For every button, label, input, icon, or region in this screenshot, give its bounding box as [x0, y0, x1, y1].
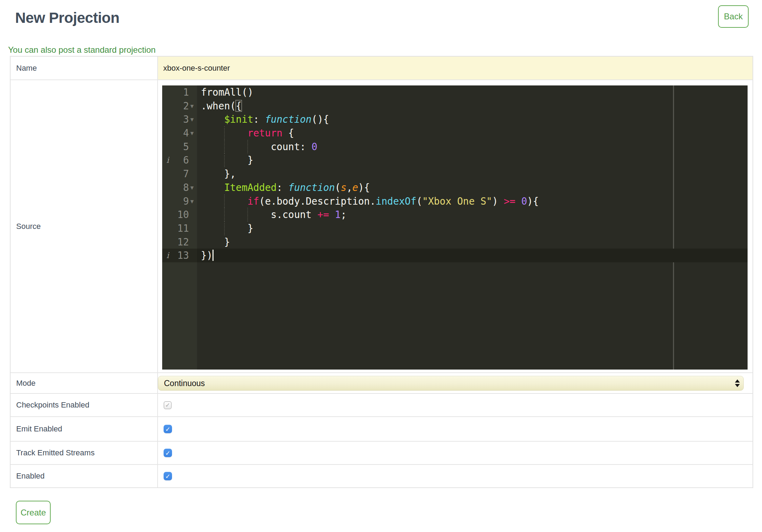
- info-annotation-icon: i: [166, 153, 169, 167]
- gutter-line: 13i: [162, 249, 197, 262]
- mode-value-cell: Continuous: [158, 373, 753, 393]
- indent-guide: [224, 140, 225, 154]
- checkmark-icon: ✓: [164, 472, 172, 480]
- checkmark-icon: ✓: [164, 449, 172, 457]
- form-row-source: Source 12▾3▾4▾56i78▾9▾10111213i fromAll(…: [11, 79, 753, 372]
- indent-guide: [224, 126, 225, 140]
- form-row-mode: Mode Continuous: [11, 372, 753, 393]
- name-input[interactable]: xbox-one-s-counter: [158, 57, 753, 79]
- mode-select-value: Continuous: [164, 379, 205, 388]
- name-label: Name: [11, 57, 158, 79]
- fold-icon[interactable]: ▾: [190, 181, 194, 194]
- line-number: 10: [162, 208, 189, 222]
- track-emitted-streams-label: Track Emitted Streams: [11, 442, 158, 464]
- code-line: },: [197, 167, 748, 181]
- code-line: fromAll(): [197, 85, 748, 99]
- enabled-cell: ✓: [158, 465, 753, 487]
- indent-guide: [247, 140, 248, 154]
- line-number: 5: [162, 140, 189, 154]
- code-line: .when({: [197, 99, 748, 113]
- enabled-checkbox[interactable]: ✓: [164, 472, 172, 480]
- projection-form-table: Name xbox-one-s-counter Source 12▾3▾4▾56…: [10, 56, 753, 488]
- indent-guide: [247, 208, 248, 222]
- gutter-line: 8▾: [162, 181, 197, 194]
- line-number: 1: [162, 85, 189, 99]
- editor-line-numbers: 12▾3▾4▾56i78▾9▾10111213i: [162, 85, 197, 262]
- text-cursor: [212, 250, 214, 261]
- checkpoints-enabled-cell: ✓: [158, 394, 753, 416]
- code-line: return {: [197, 126, 748, 140]
- info-annotation-icon: i: [166, 249, 169, 262]
- line-number: 7: [162, 167, 189, 181]
- editor-code-area[interactable]: fromAll().when({ $init: function(){ retu…: [197, 85, 748, 262]
- checkpoints-enabled-checkbox: ✓: [164, 401, 172, 409]
- gutter-line: 1: [162, 85, 197, 99]
- track-emitted-streams-checkbox[interactable]: ✓: [164, 449, 172, 457]
- form-row-track-emitted-streams: Track Emitted Streams ✓: [11, 441, 753, 464]
- fold-icon[interactable]: ▾: [190, 126, 194, 140]
- arrow-down-icon: [735, 384, 740, 387]
- back-button[interactable]: Back: [718, 5, 749, 28]
- code-line: }: [197, 153, 748, 167]
- indent-guide: [224, 222, 225, 235]
- fold-icon[interactable]: ▾: [190, 194, 194, 208]
- line-number: 9: [162, 194, 189, 208]
- form-row-name: Name xbox-one-s-counter: [11, 57, 753, 79]
- name-value-cell: xbox-one-s-counter: [158, 57, 753, 79]
- page-title: New Projection: [15, 11, 753, 25]
- gutter-line: 12: [162, 235, 197, 249]
- line-number: 12: [162, 235, 189, 249]
- line-number: 2: [162, 99, 189, 113]
- gutter-line: 3▾: [162, 113, 197, 126]
- arrow-up-icon: [735, 379, 740, 383]
- emit-enabled-label: Emit Enabled: [11, 417, 158, 441]
- gutter-line: 5: [162, 140, 197, 154]
- standard-projection-link[interactable]: You can also post a standard projection: [8, 45, 155, 55]
- code-line: $init: function(){: [197, 113, 748, 126]
- fold-icon[interactable]: ▾: [190, 99, 194, 113]
- gutter-line: 2▾: [162, 99, 197, 113]
- indent-guide: [224, 208, 225, 222]
- gutter-line: 9▾: [162, 194, 197, 208]
- code-line: if(e.body.Description.indexOf("Xbox One …: [197, 194, 748, 208]
- line-number: 11: [162, 222, 189, 235]
- fold-icon[interactable]: ▾: [190, 113, 194, 126]
- line-number: 4: [162, 126, 189, 140]
- line-number: 8: [162, 181, 189, 194]
- code-line: count: 0: [197, 140, 748, 154]
- gutter-line: 4▾: [162, 126, 197, 140]
- code-line: }: [197, 235, 748, 249]
- checkmark-icon: ✓: [164, 402, 171, 409]
- checkpoints-enabled-label: Checkpoints Enabled: [11, 394, 158, 416]
- indent-guide: [224, 153, 225, 167]
- code-line: ItemAdded: function(s,e){: [197, 181, 748, 194]
- page-header: New Projection Back: [8, 0, 753, 25]
- mode-select[interactable]: Continuous: [158, 376, 744, 391]
- gutter-line: 11: [162, 222, 197, 235]
- indent-guide: [224, 194, 225, 208]
- new-projection-page: New Projection Back You can also post a …: [0, 0, 762, 532]
- track-emitted-streams-cell: ✓: [158, 442, 753, 464]
- gutter-line: 10: [162, 208, 197, 222]
- create-button[interactable]: Create: [16, 501, 51, 524]
- enabled-label: Enabled: [11, 465, 158, 487]
- mode-label: Mode: [11, 373, 158, 393]
- gutter-line: 7: [162, 167, 197, 181]
- code-line: s.count += 1;: [197, 208, 748, 222]
- emit-enabled-cell: ✓: [158, 417, 753, 441]
- checkmark-icon: ✓: [164, 425, 172, 433]
- source-code-editor[interactable]: 12▾3▾4▾56i78▾9▾10111213i fromAll().when(…: [162, 85, 748, 370]
- code-line: }): [197, 249, 748, 262]
- source-label: Source: [11, 80, 158, 372]
- form-row-enabled: Enabled ✓: [11, 464, 753, 487]
- source-value-cell: 12▾3▾4▾56i78▾9▾10111213i fromAll().when(…: [158, 80, 753, 372]
- emit-enabled-checkbox[interactable]: ✓: [164, 425, 172, 433]
- form-row-emit-enabled: Emit Enabled ✓: [11, 416, 753, 441]
- line-number: 3: [162, 113, 189, 126]
- form-row-checkpoints-enabled: Checkpoints Enabled ✓: [11, 393, 753, 416]
- select-spinner-icon: [735, 379, 740, 387]
- gutter-line: 6i: [162, 153, 197, 167]
- code-line: }: [197, 222, 748, 235]
